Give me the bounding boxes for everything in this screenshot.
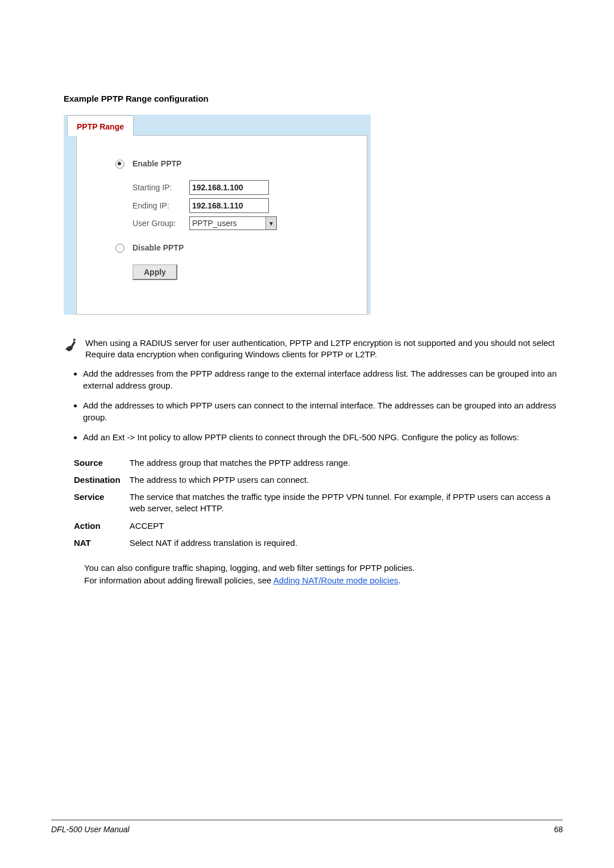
starting-ip-label: Starting IP: [132,183,189,192]
example-heading: Example PPTP Range configuration [64,94,563,103]
note-text: When using a RADIUS server for user auth… [85,337,563,361]
instruction-list: Add the addresses from the PPTP address … [64,368,563,443]
destination-value: The address to which PPTP users can conn… [130,471,563,489]
apply-button[interactable]: Apply [132,264,177,280]
link-adding-nat-route-policies[interactable]: Adding NAT/Route mode policies [273,575,399,585]
tab-pptp-range[interactable]: PPTP Range [67,115,134,136]
table-row: Action ACCEPT [74,518,563,535]
service-key: Service [74,489,130,518]
user-group-label: User Group: [132,219,189,228]
radio-enable-pptp[interactable] [115,160,125,169]
table-row: NAT Select NAT if address translation is… [74,535,563,552]
source-key: Source [74,454,130,471]
table-row: Service The service that matches the tra… [74,489,563,518]
tab-label: PPTP Range [77,122,124,131]
page-footer: DFL-500 User Manual 68 [51,820,563,834]
destination-key: Destination [74,471,130,489]
action-key: Action [74,518,130,535]
service-value: The service that matches the traffic typ… [130,489,563,518]
list-item: Add the addresses to which PPTP users ca… [83,399,563,423]
user-group-value: PPTP_users [190,219,265,228]
enable-pptp-label: Enable PPTP [132,159,181,168]
action-value: ACCEPT [130,518,563,535]
closing-prefix: For information about adding firewall po… [84,575,273,585]
closing-line1: You can also configure traffic shaping, … [84,563,415,573]
disable-pptp-label: Disable PPTP [132,243,184,252]
note-hand-pen-icon [64,337,78,352]
closing-paragraph: You can also configure traffic shaping, … [84,562,563,587]
radio-disable-pptp[interactable] [115,244,125,253]
config-panel: Enable PPTP Starting IP: Ending IP: User… [76,135,367,315]
closing-suffix: . [399,575,401,585]
ending-ip-label: Ending IP: [132,201,189,210]
chevron-down-icon: ▼ [265,217,276,229]
ending-ip-input[interactable] [189,198,269,213]
nat-key: NAT [74,535,130,552]
user-group-select[interactable]: PPTP_users ▼ [189,216,277,230]
footer-page-number: 68 [554,825,563,834]
list-item: Add the addresses from the PPTP address … [83,368,563,391]
source-value: The address group that matches the PPTP … [130,454,563,471]
footer-manual-title: DFL-500 User Manual [51,825,130,834]
policy-table: Source The address group that matches th… [74,454,563,552]
table-row: Destination The address to which PPTP us… [74,471,563,489]
nat-value: Select NAT if address translation is req… [130,535,563,552]
table-row: Source The address group that matches th… [74,454,563,471]
list-item: Add an Ext -> Int policy to allow PPTP c… [83,431,563,443]
starting-ip-input[interactable] [189,180,269,195]
note-block: When using a RADIUS server for user auth… [64,337,563,361]
config-screenshot: PPTP Range Enable PPTP Starting IP: Endi… [64,115,371,315]
